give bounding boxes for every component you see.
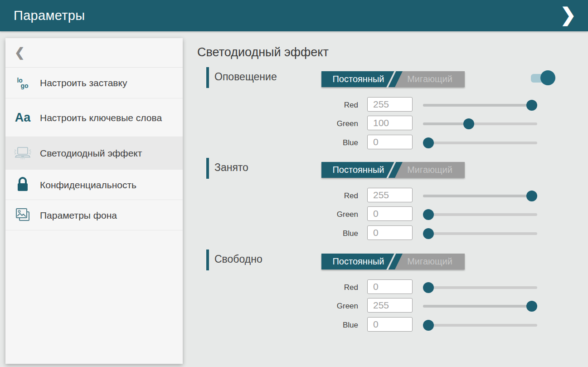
red-slider[interactable]: [423, 97, 537, 113]
red-label: Red: [290, 279, 358, 296]
green-value-input[interactable]: [367, 116, 413, 130]
keywords-icon: Aa: [5, 111, 40, 125]
rgb-row-red: Red: [290, 188, 553, 204]
blue-slider[interactable]: [423, 225, 537, 242]
led-display-icon: [5, 146, 40, 161]
green-label: Green: [290, 116, 358, 132]
green-slider[interactable]: [423, 116, 537, 132]
red-slider[interactable]: [423, 188, 537, 204]
slider-knob[interactable]: [526, 301, 537, 312]
slider-knob[interactable]: [526, 191, 537, 201]
sidebar-item-label: Параметры фона: [40, 209, 171, 221]
blue-label: Blue: [290, 225, 358, 242]
sidebar-collapse-button[interactable]: ❮: [5, 38, 183, 68]
slider-fill: [423, 122, 469, 125]
segment-constant-label: Постоянный: [332, 74, 384, 84]
rgb-row-red: Red: [290, 279, 553, 296]
segment-constant-label: Постоянный: [332, 165, 384, 175]
lock-icon: [5, 176, 40, 193]
sidebar-item-keywords[interactable]: Aa Настроить ключевые слова: [5, 98, 183, 137]
slider-fill: [423, 104, 532, 107]
section-title: Занято: [214, 161, 248, 174]
slider-track[interactable]: [423, 142, 537, 144]
page-title: Параметры: [14, 8, 85, 23]
section-title: Свободно: [214, 253, 262, 265]
slider-track[interactable]: [423, 286, 537, 289]
segment-blinking-label: Мигающий: [395, 254, 465, 269]
slider-track[interactable]: [423, 232, 537, 235]
red-label: Red: [290, 97, 358, 113]
slider-fill: [423, 305, 532, 308]
red-value-input[interactable]: [367, 97, 413, 112]
slider-knob[interactable]: [423, 282, 434, 293]
mode-segmented-control[interactable]: Мигающий Постоянный: [321, 71, 465, 87]
rgb-row-green: Green: [290, 206, 553, 223]
sidebar-item-label: Настроить ключевые слова: [40, 112, 171, 124]
background-images-icon: [5, 206, 40, 224]
rgb-row-blue: Blue: [290, 135, 553, 151]
blue-value-input[interactable]: [367, 317, 413, 332]
segment-blinking-label: Мигающий: [395, 71, 465, 87]
section-title: Оповещение: [214, 71, 277, 83]
app-header: Параметры ❯: [0, 0, 588, 31]
green-label: Green: [290, 298, 358, 314]
settings-sidebar: ❮ logo Настроить заставку Aa Настроить к…: [5, 38, 183, 364]
green-label: Green: [290, 206, 358, 223]
mode-segmented-control[interactable]: Мигающий Постоянный: [321, 162, 465, 178]
blue-value-input[interactable]: [367, 135, 413, 149]
section-accent-bar: [206, 158, 209, 179]
rgb-row-blue: Blue: [290, 317, 553, 333]
alert-enabled-toggle[interactable]: [531, 70, 557, 86]
slider-knob[interactable]: [423, 209, 434, 220]
rgb-row-green: Green: [290, 116, 553, 132]
blue-slider[interactable]: [423, 135, 537, 151]
green-value-input[interactable]: [367, 206, 413, 221]
slider-knob[interactable]: [423, 320, 434, 331]
slider-fill: [423, 195, 532, 197]
sidebar-item-background[interactable]: Параметры фона: [5, 200, 183, 230]
slider-knob[interactable]: [423, 137, 434, 148]
sidebar-item-splash-screen[interactable]: logo Настроить заставку: [5, 68, 183, 98]
segment-blinking-label: Мигающий: [395, 162, 465, 178]
green-value-input[interactable]: [367, 298, 413, 313]
slider-knob[interactable]: [423, 228, 434, 239]
mode-segmented-control[interactable]: Мигающий Постоянный: [321, 254, 465, 269]
slider-knob[interactable]: [463, 118, 474, 129]
blue-label: Blue: [290, 135, 358, 151]
content-title: Светодиодный эффект: [197, 45, 329, 59]
blue-slider[interactable]: [423, 317, 537, 333]
slider-knob[interactable]: [526, 100, 537, 111]
slider-track[interactable]: [423, 213, 537, 216]
logo-icon: logo: [5, 78, 40, 88]
blue-label: Blue: [290, 317, 358, 333]
red-value-input[interactable]: [367, 188, 413, 202]
sidebar-item-label: Светодиодный эффект: [40, 147, 171, 159]
rgb-row-green: Green: [290, 298, 553, 314]
red-label: Red: [290, 188, 358, 204]
section-accent-bar: [206, 67, 209, 88]
green-slider[interactable]: [423, 298, 537, 314]
red-slider[interactable]: [423, 279, 537, 296]
sidebar-item-label: Настроить заставку: [40, 77, 171, 89]
blue-value-input[interactable]: [367, 225, 413, 240]
sidebar-item-led-effect[interactable]: Светодиодный эффект: [5, 137, 183, 170]
red-value-input[interactable]: [367, 279, 413, 294]
green-slider[interactable]: [423, 206, 537, 223]
sidebar-item-privacy[interactable]: Конфиденциальность: [5, 170, 183, 200]
section-accent-bar: [206, 250, 209, 270]
rgb-row-red: Red: [290, 97, 553, 113]
slider-track[interactable]: [423, 324, 537, 327]
back-chevron-icon: ❮: [15, 45, 25, 60]
rgb-row-blue: Blue: [290, 225, 553, 242]
forward-chevron-icon[interactable]: ❯: [554, 0, 582, 31]
settings-screen: Параметры ❯ ❮ logo Настроить заставку Aa…: [0, 0, 588, 367]
segment-constant-label: Постоянный: [332, 256, 384, 267]
toggle-knob[interactable]: [540, 70, 555, 85]
sidebar-item-label: Конфиденциальность: [40, 179, 171, 191]
